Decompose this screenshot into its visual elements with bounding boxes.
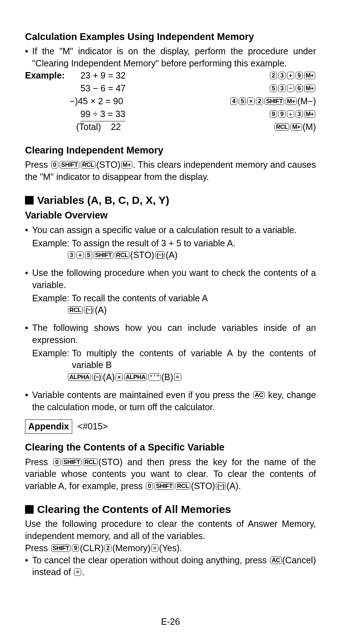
key-2: 2 [256, 97, 263, 105]
appendix-ref: <#015> [78, 421, 108, 431]
key-shift: SHIFT [154, 482, 174, 490]
key-mplus: M+ [291, 123, 302, 131]
key-shift: SHIFT [60, 161, 79, 168]
key-mplus: M+ [304, 110, 315, 118]
bullet: To cancel the clear operation without do… [25, 554, 316, 579]
example-expr: −)45 × 2 = 90 [70, 95, 140, 107]
key-rcl: RCL [81, 161, 95, 168]
bullet-text: To cancel the clear operation without do… [32, 554, 316, 579]
key-plus [287, 72, 294, 79]
key-ac: AC [270, 557, 282, 564]
key-9: 9 [72, 544, 79, 552]
key-shift: SHIFT [94, 251, 113, 259]
sub-heading: Variable Overview [25, 209, 316, 222]
key-sequence: 239M+ [150, 70, 316, 82]
key-equals [174, 373, 181, 381]
clear-all-p1: Use the following procedure to clear the… [25, 518, 316, 542]
example-expr: 99 ÷ 3 = 33 [70, 108, 150, 121]
key-rcl: RCL [68, 306, 83, 314]
bullet-text: Variable contents are maintained even if… [32, 389, 316, 413]
key-5: 5 [270, 85, 277, 92]
key-neg: (−) [216, 482, 226, 490]
key-alpha: ALPHA [68, 373, 91, 381]
key-ac: AC [253, 391, 265, 399]
bullet-text: Use the following procedure when you wan… [32, 267, 316, 291]
clear-all-p2: Press SHIFT9(CLR)2(Memory)(Yes). [25, 542, 316, 554]
key-times [247, 97, 254, 105]
key-5: 5 [239, 97, 246, 105]
key-minus [287, 85, 294, 92]
key-alpha: ALPHA [124, 373, 147, 381]
key-sequence: RCL(−)(A) [67, 304, 316, 316]
example-label: Example: [25, 70, 70, 82]
key-mplus: M+ [121, 161, 132, 168]
bullet: You can assign a specific value or a cal… [25, 224, 316, 236]
key-shift: SHIFT [62, 458, 81, 466]
key-neg: (−) [84, 306, 94, 314]
key-2: 2 [270, 72, 277, 79]
intro-bullet: If the "M" indicator is on the display, … [25, 45, 316, 70]
key-div [287, 110, 294, 118]
key-0: 0 [53, 458, 60, 466]
key-mplus: M+ [286, 97, 297, 105]
clearing-var-text: Press 0SHIFTRCL(STO) and then press the … [25, 456, 316, 492]
key-3: 3 [278, 85, 286, 92]
key-mplus: M+ [304, 85, 315, 92]
key-sequence: 993M+ [150, 108, 316, 120]
key-sequence: RCLM+(M) [146, 121, 316, 133]
key-6: 6 [296, 85, 303, 92]
key-5: 5 [85, 251, 92, 259]
key-3: 3 [68, 251, 75, 259]
bullet-text: The following shows how you can include … [32, 322, 316, 346]
example-expr: 53 − 6 = 47 [70, 82, 150, 95]
section-heading: Clearing the Contents of All Memories [25, 502, 316, 517]
appendix-label: Appendix [25, 419, 72, 434]
example-line: Example: To recall the contents of varia… [32, 292, 316, 305]
key-shift: SHIFT [51, 544, 71, 552]
bullet-text: You can assign a specific value or a cal… [32, 224, 316, 236]
key-plus [76, 251, 84, 259]
key-4: 4 [230, 97, 237, 105]
key-dms: ° ’ ” [148, 373, 160, 381]
key-shift: SHIFT [265, 97, 284, 105]
key-equals [74, 568, 81, 576]
key-neg: (−) [92, 373, 102, 381]
suffix: (M) [303, 122, 316, 132]
bullet: Variable contents are maintained even if… [25, 389, 316, 413]
key-times [115, 373, 123, 381]
page-number: E-26 [0, 616, 341, 628]
clearing-text: Press 0SHIFTRCL(STO)M+. This clears inde… [25, 159, 316, 183]
suffix: (M−) [297, 96, 316, 106]
key-rcl: RCL [275, 123, 289, 131]
key-rcl: RCL [115, 251, 129, 259]
key-sequence: 35SHIFTRCL(STO)(−)(A) [67, 249, 316, 261]
key-0: 0 [51, 161, 58, 168]
key-sequence: 536M+ [150, 82, 316, 95]
key-mplus: M+ [304, 72, 315, 79]
bullet: Use the following procedure when you wan… [25, 267, 316, 291]
key-equals [151, 544, 158, 552]
key-3: 3 [278, 72, 286, 79]
key-9: 9 [278, 110, 286, 118]
intro-text: If the "M" indicator is on the display, … [32, 45, 316, 70]
section-title: Calculation Examples Using Independent M… [25, 30, 316, 43]
key-0: 0 [146, 482, 153, 490]
example-table: Example: 23 + 9 = 32 239M+ 53 − 6 = 47 5… [25, 70, 316, 134]
bullet: The following shows how you can include … [25, 322, 316, 346]
key-3: 3 [296, 110, 303, 118]
section-title: Clearing Independent Memory [25, 144, 316, 157]
key-2: 2 [104, 544, 112, 552]
key-rcl: RCL [176, 482, 190, 490]
key-sequence: ALPHA(−)(A)ALPHA° ’ ”(B) [67, 371, 316, 383]
section-heading: Variables (A, B, C, D, X, Y) [25, 193, 316, 208]
section-title: Clearing the Contents of a Specific Vari… [25, 441, 316, 454]
example-expr: 23 + 9 = 32 [70, 70, 150, 82]
key-9: 9 [270, 110, 277, 118]
key-9: 9 [296, 72, 303, 79]
example-line: Example: To multiply the contents of var… [32, 347, 316, 372]
appendix-row: Appendix <#015> [25, 419, 316, 434]
key-neg: (−) [155, 251, 165, 259]
example-line: Example: To assign the result of 3 + 5 t… [32, 237, 316, 250]
key-sequence: 452SHIFTM+(M−) [140, 95, 316, 107]
example-expr: (Total) 22 [70, 121, 146, 133]
